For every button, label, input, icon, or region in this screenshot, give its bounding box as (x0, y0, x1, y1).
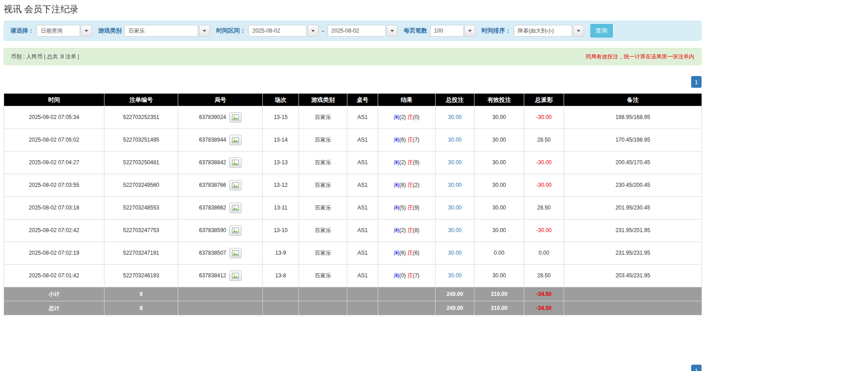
query-type-caret-button[interactable] (81, 25, 92, 37)
total-payout: -34.50 (524, 301, 564, 315)
filter-bar: 请选择： 日期查询 游戏类别 百家乐 时间区间： 2025-08-02 ~ 20… (4, 21, 702, 41)
total-bet-link[interactable]: 30.00 (448, 182, 461, 188)
round-snapshot-icon (232, 137, 239, 143)
cell-payout: -30.00 (524, 152, 564, 174)
total-bet-link[interactable]: 30.00 (448, 227, 461, 233)
header-total-bet: 总投注 (436, 94, 474, 106)
total-bet-link[interactable]: 30.00 (448, 272, 461, 279)
view-round-button[interactable] (229, 248, 242, 258)
per-page-group: 每页笔数 100 (404, 25, 475, 37)
sort-label: 时间排序： (482, 27, 511, 35)
player-result-label: 闲 (394, 272, 399, 279)
cell-result: 闲(6) 庄(6) (378, 242, 436, 265)
cell-bet-id: 522703247191 (104, 242, 178, 265)
cell-session: 13-8 (263, 265, 299, 287)
cell-game-type: 百家乐 (299, 106, 347, 129)
round-id-text: 637838412 (199, 272, 226, 280)
total-valid-bet: 210.00 (474, 301, 524, 315)
table-header: 时间 注单编号 局号 场次 游戏类别 桌号 结果 总投注 有效投注 总派彩 备注 (4, 94, 702, 106)
sort-select[interactable]: 降幂(由大到小) (514, 25, 584, 37)
header-result: 结果 (378, 94, 436, 106)
cell-bet-id: 522703251495 (104, 129, 178, 152)
banker-result-count: (7) (413, 137, 420, 143)
player-result-label: 闲 (394, 114, 399, 120)
date-from-caret-button[interactable] (308, 25, 318, 37)
cell-total-bet: 30.00 (436, 129, 474, 152)
cell-note: 170.45/198.95 (564, 129, 702, 152)
page-1-button-bottom[interactable]: 1 (691, 365, 702, 371)
cell-table-no: AS1 (347, 129, 378, 152)
cell-note: 231.95/231.95 (564, 242, 702, 265)
cell-total-bet: 30.00 (436, 174, 474, 197)
page-1-button[interactable]: 1 (691, 76, 702, 88)
total-bet-link[interactable]: 30.00 (448, 114, 461, 120)
total-bet-link[interactable]: 30.00 (448, 205, 461, 211)
cell-payout: -30.00 (524, 106, 564, 129)
view-round-button[interactable] (229, 112, 242, 123)
chevron-down-icon (390, 30, 394, 32)
cell-game-type: 百家乐 (299, 219, 347, 242)
cell-valid-bet: 30.00 (474, 219, 524, 242)
table-body: 2025-08-02 07:05:34 522703252351 6378390… (4, 106, 702, 287)
cell-game-type: 百家乐 (299, 265, 347, 287)
view-round-button[interactable] (229, 180, 242, 190)
total-bet-link[interactable]: 30.00 (448, 250, 461, 256)
cell-time: 2025-08-02 07:03:55 (4, 174, 104, 197)
chevron-down-icon (203, 30, 206, 32)
player-result-count: (6) (399, 137, 406, 143)
search-button[interactable]: 查询 (590, 24, 613, 38)
table-summary: 小计 8 240.00 210.00 -34.50 总计 8 240.00 21… (4, 287, 702, 315)
subtotal-count: 8 (104, 287, 178, 301)
pagination-bottom: 1 (691, 365, 702, 371)
banker-result-label: 庄 (408, 182, 413, 188)
banker-result-label: 庄 (408, 114, 413, 120)
cell-note: 230.45/200.45 (564, 174, 702, 197)
view-round-button[interactable] (229, 271, 242, 281)
player-result-count: (6) (399, 250, 406, 256)
round-id-text: 637838842 (199, 159, 226, 166)
per-page-label: 每页笔数 (404, 27, 427, 35)
date-from-select[interactable]: 2025-08-02 (248, 25, 318, 37)
cell-valid-bet: 30.00 (474, 197, 524, 219)
view-round-button[interactable] (229, 135, 242, 145)
query-type-select[interactable]: 日期查询 (37, 25, 92, 37)
cell-round-id: 637838507 (178, 242, 263, 265)
chevron-down-icon (468, 30, 472, 32)
per-page-value: 100 (430, 25, 464, 37)
cell-round-id: 637838662 (178, 197, 263, 219)
round-snapshot-icon (232, 114, 239, 120)
view-round-button[interactable] (229, 157, 242, 168)
per-page-select[interactable]: 100 (430, 25, 475, 37)
cell-bet-id: 522703248553 (104, 197, 178, 219)
table-row: 2025-08-02 07:02:19 522703247191 6378385… (4, 242, 702, 265)
view-round-button[interactable] (229, 225, 242, 236)
game-type-caret-button[interactable] (199, 25, 210, 37)
player-result-count: (2) (399, 227, 406, 233)
header-game-type: 游戏类别 (299, 94, 347, 106)
header-payout: 总派彩 (524, 94, 564, 106)
banker-result-label: 庄 (408, 137, 413, 143)
per-page-caret-button[interactable] (465, 25, 475, 37)
sort-caret-button[interactable] (573, 25, 584, 37)
query-type-label: 请选择： (10, 27, 34, 35)
total-row: 总计 8 240.00 210.00 -34.50 (4, 301, 702, 315)
cell-result: 闲(2) 庄(9) (378, 152, 436, 174)
cell-valid-bet: 30.00 (474, 265, 524, 287)
table-row: 2025-08-02 07:03:18 522703248553 6378386… (4, 197, 702, 219)
cell-time: 2025-08-02 07:05:02 (4, 129, 104, 152)
page-title: 视讯 会员下注纪录 (4, 4, 702, 14)
cell-valid-bet: 0.00 (474, 242, 524, 265)
game-type-select[interactable]: 百家乐 (124, 25, 210, 37)
banker-result-count: (6) (413, 250, 420, 256)
game-type-value: 百家乐 (124, 25, 198, 37)
cell-round-id: 637839024 (178, 106, 263, 129)
view-round-button[interactable] (229, 203, 242, 213)
total-bet-link[interactable]: 30.00 (448, 137, 461, 143)
total-bet-link[interactable]: 30.00 (448, 159, 461, 166)
subtotal-total-bet: 240.00 (436, 287, 474, 301)
valid-bet-notice-text: 同局有效投注，统一计算在该局第一张注单内 (586, 53, 694, 61)
cell-note: 201.95/230.45 (564, 197, 702, 219)
cell-time: 2025-08-02 07:01:42 (4, 265, 104, 287)
date-to-select[interactable]: 2025-08-02 (327, 25, 398, 37)
date-to-caret-button[interactable] (387, 25, 398, 37)
